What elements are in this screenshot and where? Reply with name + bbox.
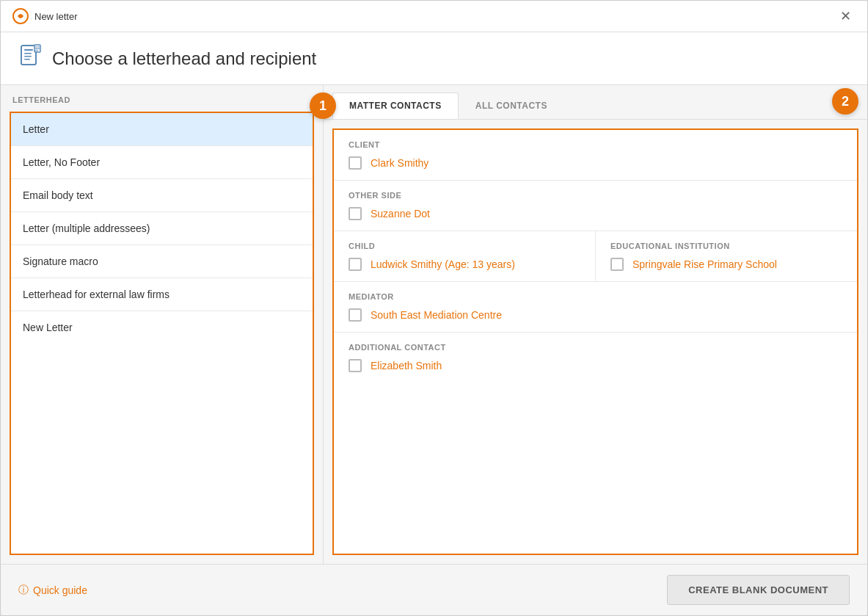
dialog-header: Choose a letterhead and recipient [1,32,867,85]
letterhead-section-label: LETTERHEAD [1,85,323,112]
svg-rect-2 [24,49,33,51]
contact-name-ludwick-smithy[interactable]: Ludwick Smithy (Age: 13 years) [371,258,515,270]
checkbox-south-east[interactable] [349,308,362,322]
group-label-child: CHILD [349,242,580,250]
contact-name-elizabeth-smith[interactable]: Elizabeth Smith [371,360,442,372]
dialog-title: Choose a letterhead and recipient [52,48,316,69]
step-badge-2: 2 [832,88,858,115]
close-button[interactable]: ✕ [836,8,856,24]
contacts-panel: CLIENT Clark Smithy OTHER SIDE Suzanne D… [332,128,858,555]
svg-rect-4 [24,56,32,57]
right-panel: MATTER CONTACTS ALL CONTACTS 2 CLIENT Cl… [324,85,867,564]
contact-name-springvale[interactable]: Springvale Rise Primary School [632,258,777,270]
tabs-bar: MATTER CONTACTS ALL CONTACTS [324,85,867,120]
letterhead-item-new-letter[interactable]: New Letter [11,311,313,344]
tab-all-contacts[interactable]: ALL CONTACTS [459,93,564,119]
contact-group-other-side: OTHER SIDE Suzanne Dot [334,181,857,231]
group-label-other-side: OTHER SIDE [349,191,842,200]
checkbox-ludwick-smithy[interactable] [349,258,362,271]
letterhead-item-letter-no-footer[interactable]: Letter, No Footer [11,146,313,179]
title-bar-text: New letter [34,11,78,22]
contact-group-mediator: MEDIATOR South East Mediation Centre [334,282,857,333]
letterhead-icon [18,44,42,73]
left-panel: LETTERHEAD Letter Letter, No Footer Emai… [1,85,324,564]
info-icon: ⓘ [18,584,29,597]
letterhead-item-letter-multiple[interactable]: Letter (multiple addressees) [11,212,313,245]
title-bar: New letter ✕ [1,1,867,32]
dialog-footer: ⓘ Quick guide CREATE BLANK DOCUMENT [1,564,867,615]
group-label-client: CLIENT [349,140,842,149]
contact-name-south-east[interactable]: South East Mediation Centre [371,309,502,321]
contact-group-child: CHILD Ludwick Smithy (Age: 13 years) [334,231,596,281]
contact-item-suzanne-dot: Suzanne Dot [349,207,842,220]
svg-rect-1 [21,46,36,65]
svg-rect-3 [24,53,32,54]
title-bar-left: New letter [12,8,78,24]
quick-guide-label: Quick guide [33,584,87,596]
contact-name-clark-smithy[interactable]: Clark Smithy [371,157,428,169]
letterhead-item-letterhead-external[interactable]: Letterhead for external law firms [11,278,313,311]
svg-rect-5 [24,59,30,60]
contact-item-springvale: Springvale Rise Primary School [610,258,842,271]
app-logo [12,8,29,24]
dialog-window: New letter ✕ Choose a letterhead and rec… [0,0,868,616]
dialog-body: LETTERHEAD Letter Letter, No Footer Emai… [1,85,867,564]
contact-item-ludwick-smithy: Ludwick Smithy (Age: 13 years) [349,258,580,271]
contact-group-educational-institution: EDUCATIONAL INSTITUTION Springvale Rise … [596,231,857,281]
letterhead-item-email-body-text[interactable]: Email body text [11,179,313,212]
contact-item-elizabeth-smith: Elizabeth Smith [349,359,842,372]
letterhead-item-letter[interactable]: Letter [11,113,313,146]
checkbox-suzanne-dot[interactable] [349,207,362,220]
contact-group-client: CLIENT Clark Smithy [334,130,857,181]
contact-group-additional: ADDITIONAL CONTACT Elizabeth Smith [334,333,857,383]
letterhead-list: Letter Letter, No Footer Email body text… [10,112,314,555]
group-label-educational-institution: EDUCATIONAL INSTITUTION [610,242,842,250]
quick-guide-link[interactable]: ⓘ Quick guide [18,584,87,597]
tab-matter-contacts[interactable]: MATTER CONTACTS [332,93,459,119]
checkbox-elizabeth-smith[interactable] [349,359,362,372]
group-label-additional: ADDITIONAL CONTACT [349,343,842,352]
letterhead-item-signature-macro[interactable]: Signature macro [11,245,313,278]
group-label-mediator: MEDIATOR [349,292,842,301]
checkbox-springvale[interactable] [610,258,624,271]
create-blank-button[interactable]: CREATE BLANK DOCUMENT [667,575,850,605]
step-badge-1: 1 [310,93,336,119]
checkbox-clark-smithy[interactable] [349,156,362,170]
contact-item-south-east: South East Mediation Centre [349,308,842,322]
contact-item-clark-smithy: Clark Smithy [349,156,842,170]
contact-name-suzanne-dot[interactable]: Suzanne Dot [371,208,430,220]
contact-group-row-child-education: CHILD Ludwick Smithy (Age: 13 years) EDU… [334,231,857,282]
